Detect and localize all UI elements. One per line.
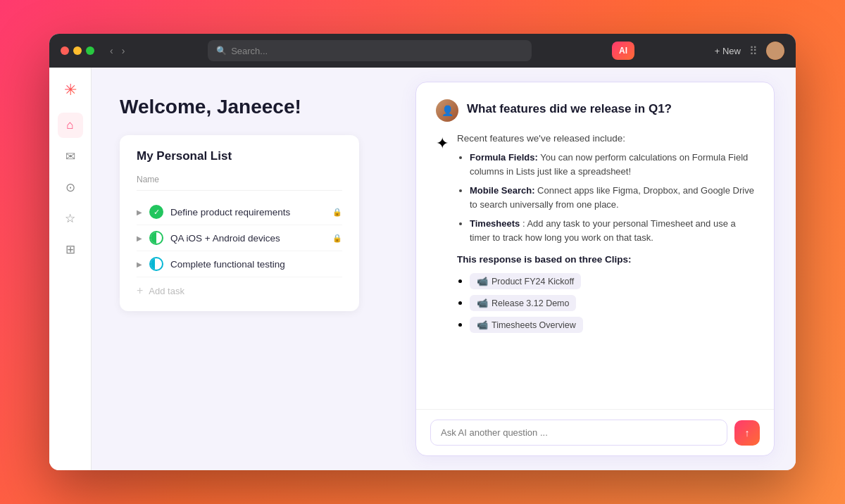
app-body: ✳ ⌂ ✉ ⊙ ☆ ⊞ Welcome, Janeece! My Perso: [49, 68, 796, 470]
ai-button[interactable]: AI: [612, 42, 634, 60]
list-item: 📹 Release 3.12 Demo: [470, 295, 754, 311]
clip-label: Product FY24 Kickoff: [492, 277, 574, 286]
status-quarter-icon: [149, 257, 163, 271]
send-icon: ↑: [745, 427, 750, 439]
list-item: Mobile Search: Connect apps like Figma, …: [470, 184, 754, 211]
add-task-label: Add task: [149, 286, 184, 296]
bullet-bold: Mobile Search:: [470, 185, 534, 196]
sidebar: ✳ ⌂ ✉ ⊙ ☆ ⊞: [49, 68, 92, 470]
ai-bullet-list: Formula Fields: You can now perform calc…: [457, 151, 754, 244]
fullscreen-button[interactable]: [86, 46, 94, 55]
list-item: Timesheets : Add any task to your person…: [470, 217, 754, 244]
logo-icon: ✳: [64, 81, 77, 99]
app-window: ‹ › 🔍 Search... AI + New ⠿ ✳ ⌂: [49, 34, 796, 470]
list-item: 📹 Product FY24 Kickoff: [470, 273, 754, 289]
ai-panel-content: 👤 What features did we release in Q1? ✦ …: [416, 82, 774, 409]
ai-panel: 👤 What features did we release in Q1? ✦ …: [415, 82, 775, 456]
nav-arrows: ‹ ›: [107, 44, 127, 58]
sidebar-item-home[interactable]: ⌂: [58, 113, 83, 138]
main-content: Welcome, Janeece! My Personal List Name …: [92, 68, 796, 470]
lock-icon: 🔒: [332, 234, 342, 243]
home-icon: ⌂: [66, 118, 73, 132]
ai-clips-header: This response is based on three Clips:: [457, 254, 754, 265]
expand-icon: ▶: [137, 234, 142, 242]
back-arrow[interactable]: ‹: [107, 44, 116, 58]
ai-intro: Recent features we've released include:: [457, 133, 754, 144]
titlebar: ‹ › 🔍 Search... AI + New ⠿: [49, 34, 796, 68]
traffic-lights: [61, 46, 94, 55]
clip-icon: 📹: [477, 298, 488, 308]
status-done-icon: ✓: [149, 205, 163, 219]
clip-tag[interactable]: 📹 Timesheets Overview: [470, 317, 583, 333]
clip-icon: 📹: [477, 276, 488, 286]
ai-button-label: AI: [619, 46, 627, 56]
clip-icon: 📹: [477, 320, 488, 330]
grid-icon[interactable]: ⠿: [749, 44, 758, 58]
clip-tag[interactable]: 📹 Product FY24 Kickoff: [470, 273, 581, 289]
star-icon: ☆: [65, 211, 75, 226]
ai-question-row: 👤 What features did we release in Q1?: [436, 99, 754, 122]
list-item: 📹 Timesheets Overview: [470, 317, 754, 333]
table-row[interactable]: ▶ Complete functional testing: [137, 251, 342, 277]
list-item: Formula Fields: You can now perform calc…: [470, 151, 754, 178]
clip-label: Release 3.12 Demo: [492, 298, 569, 308]
task-name: Complete functional testing: [170, 259, 342, 270]
sidebar-item-favorites[interactable]: ☆: [58, 206, 83, 231]
forward-arrow[interactable]: ›: [119, 44, 128, 58]
expand-icon: ▶: [137, 208, 142, 216]
list-column-header: Name: [137, 175, 342, 191]
clip-tag[interactable]: 📹 Release 3.12 Demo: [470, 295, 576, 311]
status-half-icon: [149, 231, 163, 245]
minimize-button[interactable]: [73, 46, 82, 55]
search-bar[interactable]: 🔍 Search...: [208, 40, 532, 61]
ai-clips-list: 📹 Product FY24 Kickoff 📹 Release 3.12 De…: [457, 273, 754, 333]
sidebar-item-inbox[interactable]: ✉: [58, 144, 83, 169]
app-logo: ✳: [59, 79, 82, 101]
clip-label: Timesheets Overview: [492, 320, 576, 330]
search-icon: 🔍: [216, 46, 227, 56]
messages-icon: ⊙: [65, 180, 75, 195]
avatar[interactable]: [766, 42, 784, 60]
grid-icon: ⊞: [65, 242, 75, 257]
task-name: QA iOS + Android devices: [170, 233, 325, 244]
new-button[interactable]: + New: [715, 46, 741, 56]
table-row[interactable]: ▶ QA iOS + Android devices 🔒: [137, 225, 342, 251]
list-title: My Personal List: [137, 149, 342, 163]
ai-input[interactable]: [430, 420, 727, 446]
inbox-icon: ✉: [65, 149, 75, 164]
table-row[interactable]: ▶ ✓ Define product requirements 🔒: [137, 199, 342, 225]
bullet-bold: Formula Fields:: [470, 152, 538, 163]
sidebar-item-dashboard[interactable]: ⊞: [58, 237, 83, 262]
ai-response-row: ✦ Recent features we've released include…: [436, 133, 754, 339]
search-placeholder: Search...: [231, 46, 268, 56]
ai-input-area: ↑: [416, 409, 774, 455]
expand-icon: ▶: [137, 260, 142, 268]
ai-response-content: Recent features we've released include: …: [457, 133, 754, 339]
task-name: Define product requirements: [170, 207, 325, 218]
user-avatar: 👤: [436, 99, 458, 122]
personal-list-card: My Personal List Name ▶ ✓ Define product…: [120, 135, 359, 311]
bullet-bold: Timesheets: [470, 218, 520, 229]
lock-icon: 🔒: [332, 208, 342, 217]
close-button[interactable]: [61, 46, 69, 55]
add-icon: +: [137, 284, 143, 297]
ai-send-button[interactable]: ↑: [734, 420, 760, 446]
sparkle-icon: ✦: [436, 134, 449, 153]
ai-question: What features did we release in Q1?: [467, 99, 672, 116]
sidebar-item-messages[interactable]: ⊙: [58, 175, 83, 200]
titlebar-right: + New ⠿: [715, 42, 784, 60]
add-task-row[interactable]: + Add task: [137, 277, 342, 297]
